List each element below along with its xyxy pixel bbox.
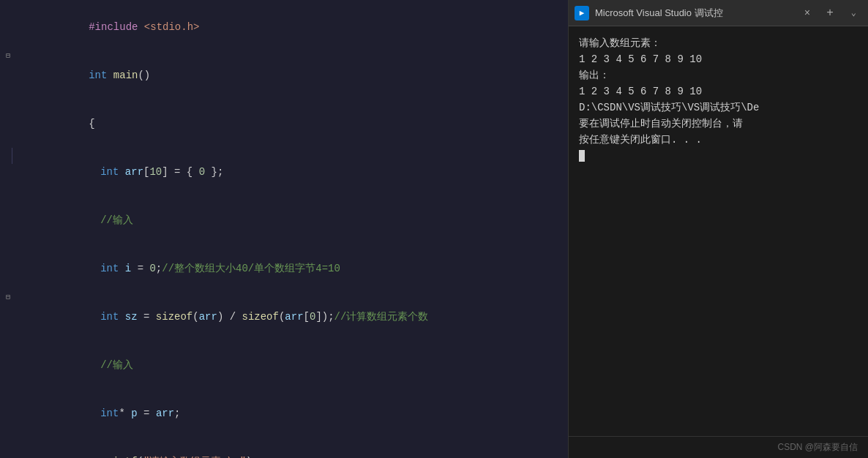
- terminal-add-button[interactable]: +: [820, 5, 839, 21]
- terminal-chevron-button[interactable]: ⌄: [845, 6, 862, 20]
- terminal-line-6: 要在调试停止时自动关闭控制台，请: [579, 116, 858, 132]
- terminal-line-2: 1 2 3 4 5 6 7 8 9 10: [579, 51, 858, 67]
- terminal-title: Microsoft Visual Studio 调试控: [595, 7, 794, 20]
- kw-int: int: [89, 70, 113, 81]
- terminal-panel: ▶ Microsoft Visual Studio 调试控 × + ⌄ 请输入数…: [568, 0, 868, 458]
- terminal-footer: CSDN @阿森要自信: [569, 436, 868, 458]
- footer-text: CSDN @阿森要自信: [777, 442, 858, 452]
- terminal-line-1: 请输入数组元素：: [579, 35, 858, 51]
- terminal-line-3: 输出：: [579, 67, 858, 83]
- terminal-line-7: 按任意键关闭此窗口. . .: [579, 132, 858, 148]
- vs-icon: ▶: [575, 6, 589, 20]
- gutter-7: ⊟: [0, 293, 37, 303]
- terminal-body: 请输入数组元素： 1 2 3 4 5 6 7 8 9 10 输出： 1 2 3 …: [569, 26, 868, 436]
- collapse-btn-7[interactable]: ⊟: [3, 293, 13, 303]
- header-file: <stdio.h>: [144, 21, 200, 33]
- gutter-2: ⊟: [0, 51, 37, 61]
- gutter-4: [0, 148, 37, 164]
- terminal-line-5: D:\CSDN\VS调试技巧\VS调试技巧\De: [579, 100, 858, 116]
- macro-keyword: #include: [89, 21, 144, 33]
- terminal-close-button[interactable]: ×: [800, 6, 815, 20]
- main-container: #include <stdio.h> ⊟ int main() {: [0, 0, 868, 458]
- terminal-line-4: 1 2 3 4 5 6 7 8 9 10: [579, 83, 858, 100]
- plain-paren: (): [138, 70, 150, 81]
- terminal-titlebar: ▶ Microsoft Visual Studio 调试控 × + ⌄: [569, 0, 868, 26]
- fn-main: main: [113, 70, 138, 81]
- collapse-btn-2[interactable]: ⊟: [3, 51, 13, 61]
- terminal-cursor: [579, 150, 585, 162]
- terminal-cursor-line: [579, 148, 858, 164]
